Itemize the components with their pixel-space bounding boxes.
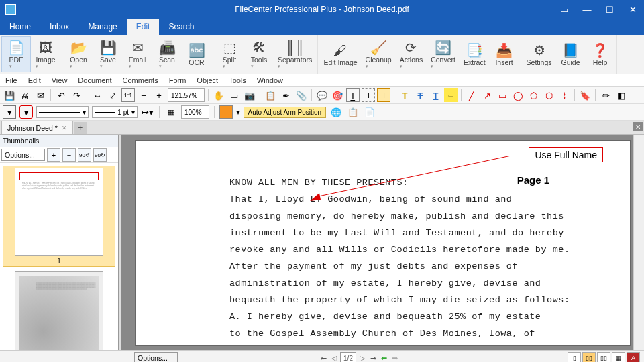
underline-icon[interactable]: T (429, 88, 442, 102)
thumb-zoom-in-icon[interactable]: + (47, 148, 60, 162)
minimize-button[interactable]: — (576, 0, 598, 19)
annotation-textbox[interactable]: Use Full Name (529, 147, 603, 162)
mail-icon[interactable]: ✉ (34, 88, 47, 102)
tab-home[interactable]: Home (0, 19, 40, 35)
actions-button[interactable]: ⟳Actions (396, 36, 427, 72)
tab-inbox[interactable]: Inbox (40, 19, 78, 35)
maximize-button[interactable]: ☐ (598, 0, 621, 19)
ellipse-icon[interactable]: ◯ (511, 88, 525, 102)
arrow-style-icon[interactable]: ↦▾ (141, 105, 154, 119)
form-icon[interactable]: 📋 (264, 88, 277, 102)
vertical-scrollbar[interactable] (633, 135, 644, 350)
pdf-mode-icon[interactable]: A (627, 352, 640, 362)
text-select-icon[interactable]: T̲ (346, 88, 360, 102)
hand-icon[interactable]: ✋ (212, 88, 225, 102)
note-icon[interactable]: 💬 (315, 88, 329, 102)
eraser-icon[interactable]: ◧ (614, 88, 628, 102)
callout-icon[interactable]: T (377, 88, 390, 102)
save-button[interactable]: 💾Save (93, 36, 123, 72)
menu-file[interactable]: File (0, 74, 23, 86)
opacity-input[interactable]: 100% (181, 105, 209, 119)
attach-icon[interactable]: 📎 (294, 88, 308, 102)
fit-page-icon[interactable]: ⤢ (106, 88, 119, 102)
forward-icon[interactable]: ➡ (390, 353, 399, 362)
menu-edit[interactable]: Edit (23, 74, 46, 86)
undo-icon[interactable]: ↶ (54, 88, 68, 102)
rotate-left-icon[interactable]: 90↺ (78, 148, 91, 162)
rect-icon[interactable]: ▭ (496, 88, 509, 102)
pencil-icon[interactable]: ✏ (599, 88, 612, 102)
single-page-icon[interactable]: ▯ (568, 352, 581, 362)
polygon-icon[interactable]: ⬠ (527, 88, 540, 102)
tab-search[interactable]: Search (159, 19, 203, 35)
convert-button[interactable]: 🔄Convert (427, 36, 460, 72)
extract-button[interactable]: 📑Extract (460, 36, 490, 72)
pattern-icon[interactable]: ▦ (164, 105, 178, 119)
scan-button[interactable]: 📠Scan (152, 36, 182, 72)
footer-options-dropdown[interactable]: Options... (134, 352, 178, 362)
separators-button[interactable]: ║║Separators (274, 36, 316, 72)
continuous-facing-icon[interactable]: ▦ (612, 352, 625, 362)
world-icon[interactable]: 🌐 (329, 105, 343, 119)
stroke-color-picker[interactable]: ▾ (19, 105, 33, 119)
facing-icon[interactable]: ▯▯ (597, 352, 610, 362)
tabstrip-close-icon[interactable]: ✕ (633, 122, 643, 131)
strikeout-icon[interactable]: T (413, 88, 427, 102)
pdf-button[interactable]: 📄PDF (1, 36, 31, 72)
thumb-options-dropdown[interactable]: Options... (1, 149, 45, 161)
menu-comments[interactable]: Comments (117, 74, 164, 86)
tab-manage[interactable]: Manage (78, 19, 126, 35)
cloud-icon[interactable]: ⌇ (557, 88, 571, 102)
first-page-icon[interactable]: ⇤ (319, 353, 328, 362)
prev-page-icon[interactable]: ◁ (329, 353, 339, 362)
new-tab-button[interactable]: + (74, 122, 87, 134)
email-button[interactable]: ✉Email (123, 36, 152, 72)
snapshot-icon[interactable]: 📷 (243, 88, 256, 102)
stamp-icon[interactable]: 🔖 (578, 88, 592, 102)
ribbon-toggle-icon[interactable]: ▭ (553, 0, 576, 19)
last-page-icon[interactable]: ⇥ (368, 353, 378, 362)
arrow-icon[interactable]: ↗ (480, 88, 494, 102)
zoom-out-icon[interactable]: − (137, 88, 150, 102)
document-viewer[interactable]: Page 1 Use Full Name KNOW ALL MEN BY THE… (121, 135, 644, 350)
sticky-icon[interactable]: ▭ (444, 88, 458, 102)
continuous-icon[interactable]: ▯▯ (582, 352, 596, 362)
save-icon[interactable]: 💾 (3, 88, 16, 102)
ocr-button[interactable]: 🔤OCR (182, 36, 211, 72)
tools-button[interactable]: 🛠Tools (244, 36, 274, 72)
page-canvas[interactable]: Page 1 Use Full Name KNOW ALL MEN BY THE… (135, 140, 631, 346)
insert-button[interactable]: 📥Insert (490, 36, 519, 72)
thumbnail-2[interactable]: ░░░░░░░░░░░░░░░░░░░░░░░░░░░░░░░░░░░░░░░░… (3, 269, 115, 350)
actual-size-icon[interactable]: 1:1 (121, 88, 135, 102)
fill-color-picker[interactable]: ▾ (3, 105, 16, 119)
menu-document[interactable]: Document (72, 74, 117, 86)
sign-icon[interactable]: ✒ (279, 88, 292, 102)
menu-window[interactable]: Window (252, 74, 288, 86)
stamp-palette-icon[interactable]: 🎯 (331, 88, 344, 102)
page-icon[interactable]: 📄 (363, 105, 376, 119)
print-icon[interactable]: 🖨 (18, 88, 32, 102)
highlight-icon[interactable]: T (398, 88, 411, 102)
menu-object[interactable]: Object (191, 74, 223, 86)
line-icon[interactable]: ╱ (465, 88, 478, 102)
document-tab[interactable]: Johnson Deed * ✕ (1, 121, 73, 134)
thumbnail-1[interactable]: KNOW ALL MEN BY THESE PRESENTS That I Ll… (3, 166, 115, 267)
menu-tools[interactable]: Tools (223, 74, 252, 86)
select-icon[interactable]: ▭ (227, 88, 241, 102)
textbox-icon[interactable]: T (362, 88, 375, 102)
menu-form[interactable]: Form (164, 74, 192, 86)
thumb-zoom-out-icon[interactable]: − (62, 148, 76, 162)
image-button[interactable]: 🖼Image (31, 36, 60, 72)
clipboard-icon[interactable]: 📋 (346, 105, 360, 119)
open-button[interactable]: 📂Open (64, 36, 93, 72)
split-button[interactable]: ⬚Split (215, 36, 244, 72)
edit-image-button[interactable]: 🖌Edit Image (319, 36, 361, 72)
line-width-select[interactable]: 1 pt▾ (92, 106, 138, 118)
back-icon[interactable]: ⬅ (379, 353, 388, 362)
help-button[interactable]: ❓Help (586, 36, 615, 72)
tab-edit[interactable]: Edit (127, 19, 160, 35)
thumbnail-list[interactable]: KNOW ALL MEN BY THESE PRESENTS That I Ll… (0, 163, 118, 350)
auto-adjust-toggle[interactable]: Auto Adjust Arm Position (244, 107, 327, 118)
zoom-in-icon[interactable]: + (152, 88, 166, 102)
tab-close-icon[interactable]: ✕ (62, 125, 67, 131)
